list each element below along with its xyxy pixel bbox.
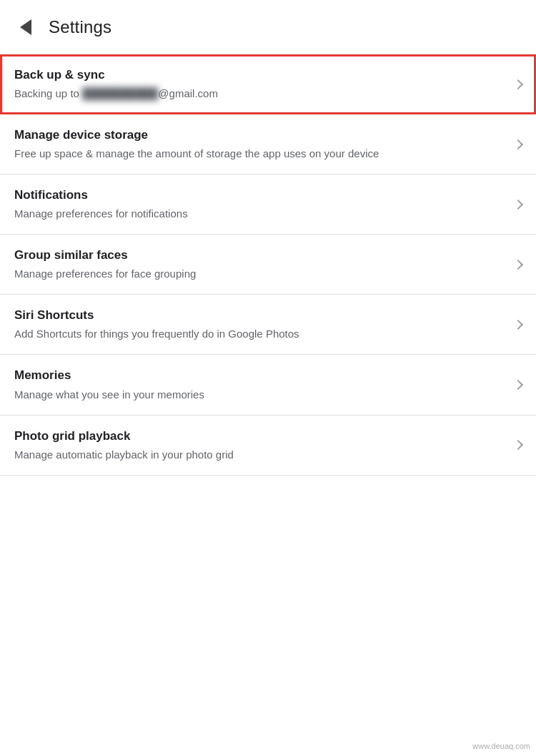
settings-item-content-photo-grid: Photo grid playbackManage automatic play… xyxy=(14,428,515,462)
item-subtitle-group-faces: Manage preferences for face grouping xyxy=(14,266,503,281)
item-title-memories: Memories xyxy=(14,368,503,383)
item-title-backup-sync: Back up & sync xyxy=(14,67,503,83)
settings-item-content-manage-storage: Manage device storageFree up space & man… xyxy=(14,127,515,161)
settings-item-memories[interactable]: MemoriesManage what you see in your memo… xyxy=(0,355,536,415)
settings-list: Back up & syncBacking up to ██████████@g… xyxy=(0,54,536,476)
settings-item-content-siri-shortcuts: Siri ShortcutsAdd Shortcuts for things y… xyxy=(14,308,515,341)
settings-item-notifications[interactable]: NotificationsManage preferences for noti… xyxy=(0,175,536,235)
item-title-siri-shortcuts: Siri Shortcuts xyxy=(14,308,503,323)
item-subtitle-notifications: Manage preferences for notifications xyxy=(14,206,503,221)
watermark: www.deuaq.com xyxy=(472,742,530,750)
chevron-icon-notifications xyxy=(513,200,523,210)
item-subtitle-manage-storage: Free up space & manage the amount of sto… xyxy=(14,146,503,161)
settings-item-manage-storage[interactable]: Manage device storageFree up space & man… xyxy=(0,114,536,175)
back-icon xyxy=(20,19,31,35)
item-title-group-faces: Group similar faces xyxy=(14,247,503,263)
settings-item-content-backup-sync: Back up & syncBacking up to ██████████@g… xyxy=(14,67,515,101)
settings-item-content-group-faces: Group similar facesManage preferences fo… xyxy=(14,247,515,281)
chevron-icon-manage-storage xyxy=(513,139,523,149)
chevron-icon-group-faces xyxy=(513,260,523,270)
chevron-icon-memories xyxy=(513,380,523,390)
item-subtitle-backup-sync: Backing up to ██████████@gmail.com xyxy=(14,86,503,101)
chevron-icon-backup-sync xyxy=(513,79,523,89)
item-title-photo-grid: Photo grid playback xyxy=(14,428,503,444)
item-subtitle-memories: Manage what you see in your memories xyxy=(14,387,503,402)
item-subtitle-siri-shortcuts: Add Shortcuts for things you frequently … xyxy=(14,326,503,341)
item-title-notifications: Notifications xyxy=(14,187,503,203)
chevron-icon-siri-shortcuts xyxy=(513,320,523,330)
settings-item-backup-sync[interactable]: Back up & syncBacking up to ██████████@g… xyxy=(0,54,536,114)
back-button[interactable] xyxy=(11,13,40,41)
settings-item-content-memories: MemoriesManage what you see in your memo… xyxy=(14,368,515,401)
page-title: Settings xyxy=(49,17,111,37)
item-title-manage-storage: Manage device storage xyxy=(14,127,503,143)
settings-item-photo-grid[interactable]: Photo grid playbackManage automatic play… xyxy=(0,416,536,476)
chevron-icon-photo-grid xyxy=(513,440,523,450)
settings-item-siri-shortcuts[interactable]: Siri ShortcutsAdd Shortcuts for things y… xyxy=(0,295,536,355)
app-header: Settings xyxy=(0,0,536,54)
settings-item-content-notifications: NotificationsManage preferences for noti… xyxy=(14,187,515,221)
item-subtitle-photo-grid: Manage automatic playback in your photo … xyxy=(14,447,503,462)
settings-item-group-faces[interactable]: Group similar facesManage preferences fo… xyxy=(0,235,536,295)
